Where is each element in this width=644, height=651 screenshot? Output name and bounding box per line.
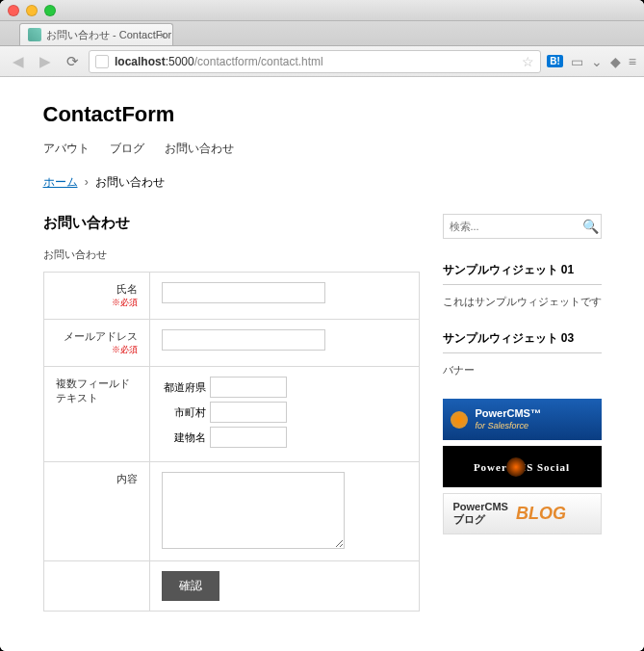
page-heading: お問い合わせ [43, 214, 420, 232]
breadcrumb-home[interactable]: ホーム [43, 175, 78, 189]
breadcrumb-current: お問い合わせ [95, 175, 165, 189]
page-icon [95, 55, 109, 68]
nav-blog[interactable]: ブログ [110, 142, 144, 155]
contact-form: 氏名 ※必須 メールアドレス ※必須 [43, 272, 420, 612]
breadcrumb-separator: › [85, 175, 89, 189]
input-name[interactable] [162, 282, 325, 303]
breadcrumb: ホーム › お問い合わせ [43, 174, 602, 191]
extension-icon[interactable]: ▭ [571, 54, 583, 69]
browser-toolbar: ◀ ▶ ⟳ localhost:5000/contactform/contact… [0, 46, 644, 77]
banner-line2: ブログ [453, 513, 485, 525]
extension-hatena-icon[interactable]: B! [547, 55, 563, 67]
forward-button[interactable]: ▶ [35, 51, 56, 72]
nav-contact[interactable]: お問い合わせ [165, 142, 234, 155]
required-badge: ※必須 [56, 344, 138, 356]
page-viewport: ContactForm アバウト ブログ お問い合わせ ホーム › お問い合わせ… [0, 77, 644, 651]
bookmark-star-icon[interactable]: ☆ [522, 54, 534, 69]
menu-icon[interactable]: ≡ [629, 54, 636, 69]
url-host: localhost [115, 55, 166, 68]
banner-line2: for Salesforce [476, 421, 529, 430]
input-city[interactable] [210, 402, 287, 423]
favicon-icon [28, 28, 41, 41]
page-lead: お問い合わせ [43, 247, 420, 262]
textarea-content[interactable] [162, 472, 345, 549]
widget-title: サンプルウィジェット 01 [443, 262, 602, 285]
widget-title: サンプルウィジェット 03 [443, 330, 602, 353]
label-name: 氏名 [116, 283, 138, 295]
banner-line1: PowerCMS™ [476, 407, 541, 419]
search-input[interactable] [450, 221, 582, 232]
window-minimize-button[interactable] [26, 5, 38, 16]
input-pref[interactable] [210, 377, 287, 398]
banner-salesforce[interactable]: PowerCMS™ for Salesforce [443, 399, 602, 440]
window-zoom-button[interactable] [44, 5, 56, 16]
url-path: /contactform/contact.html [194, 55, 323, 68]
nav-about[interactable]: アバウト [43, 142, 90, 155]
reload-button[interactable]: ⟳ [62, 51, 83, 72]
input-email[interactable] [162, 329, 325, 351]
label-pref: 都道府県 [162, 380, 206, 395]
window-titlebar [0, 0, 644, 21]
widget-body: バナー [443, 363, 602, 378]
banner-text: PowerCMS Social [474, 461, 570, 473]
confirm-button[interactable]: 確認 [162, 571, 219, 601]
banner-line1: PowerCMS [453, 501, 508, 512]
search-icon[interactable]: 🔍 [582, 219, 599, 234]
extension-icon[interactable]: ◆ [610, 54, 621, 69]
required-badge: ※必須 [56, 297, 138, 309]
main-nav: アバウト ブログ お問い合わせ [43, 141, 602, 157]
back-button[interactable]: ◀ [8, 51, 29, 72]
address-bar[interactable]: localhost:5000/contactform/contact.html … [89, 50, 541, 73]
tab-title: お問い合わせ - ContactFor… [46, 28, 173, 42]
search-box[interactable]: 🔍 [443, 214, 602, 239]
label-multi: 複数フィールドテキスト [56, 378, 130, 404]
browser-tab[interactable]: お問い合わせ - ContactFor… × [19, 23, 173, 45]
input-building[interactable] [210, 427, 287, 448]
banner-blog-big: BLOG [516, 504, 566, 524]
window-close-button[interactable] [8, 5, 19, 16]
label-city: 市町村 [162, 405, 206, 420]
url-port: :5000 [166, 55, 194, 68]
banner-social[interactable]: PowerCMS Social [443, 446, 602, 487]
tab-close-icon[interactable]: × [159, 28, 167, 42]
browser-tabstrip: お問い合わせ - ContactFor… × [0, 21, 644, 46]
widget-body: これはサンプルウィジェットです [443, 295, 602, 309]
extension-pocket-icon[interactable]: ⌄ [591, 54, 603, 69]
label-email: メールアドレス [64, 330, 138, 342]
banner-blog[interactable]: PowerCMS ブログ BLOG [443, 493, 602, 534]
site-title: ContactForm [43, 102, 602, 127]
label-building: 建物名 [162, 430, 206, 445]
label-content: 内容 [116, 473, 138, 484]
